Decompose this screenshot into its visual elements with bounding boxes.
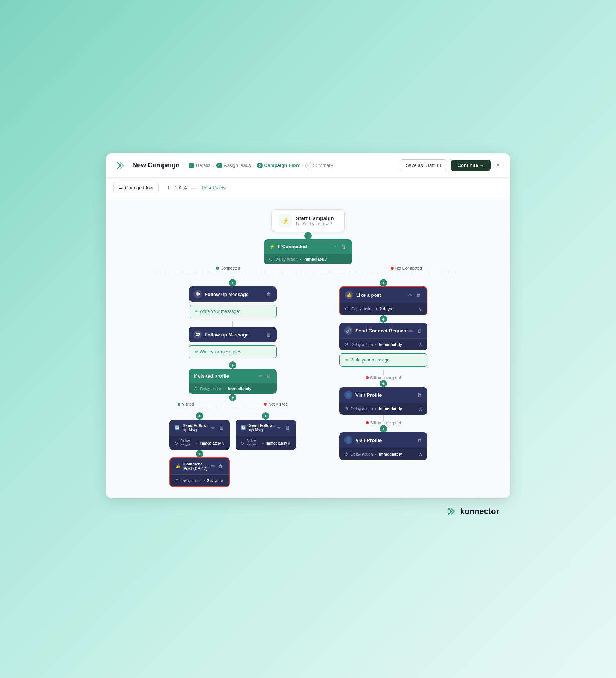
sc-chevron[interactable]: ∧	[419, 342, 422, 347]
zoom-out-button[interactable]: —	[189, 184, 199, 192]
send-followup-right-icon: 🔄	[241, 425, 246, 430]
sfl-delay-icon: ⏱	[175, 441, 178, 445]
if-connected-header: ⚡ If Connected ✏ 🗑	[264, 239, 352, 254]
if-visited-edit[interactable]: ✏	[258, 372, 264, 379]
reset-view-button[interactable]: Reset View	[201, 185, 226, 190]
follow-up-1-delete[interactable]: 🗑	[265, 291, 272, 298]
sc-delete[interactable]: 🗑	[416, 327, 422, 334]
header-actions: Save as Draft ⊡ Continue → ×	[400, 159, 501, 171]
lp-edit[interactable]: ✏	[408, 292, 413, 299]
sc-delay: ⏱ Delay action • Immediately ∧	[339, 338, 427, 350]
sfr-delete[interactable]: 🗑	[284, 424, 291, 431]
start-add-button[interactable]: +	[304, 232, 312, 239]
footer-brand: konnector	[106, 498, 510, 525]
save-draft-button[interactable]: Save as Draft ⊡	[400, 159, 447, 171]
comment-icon: 👍	[175, 464, 180, 469]
campaign-title: New Campaign	[132, 161, 180, 169]
follow-up-2-delete[interactable]: 🗑	[265, 331, 272, 338]
left-add-3[interactable]: +	[229, 394, 236, 401]
like-icon: 👍	[345, 291, 353, 299]
profile-icon-2: 👤	[344, 436, 352, 444]
if-visited-title: If visited profile	[194, 373, 229, 379]
sc-edit[interactable]: ✏	[408, 327, 414, 334]
visited-add-2[interactable]: +	[196, 450, 203, 457]
cp-delay: ⏱ Delay action • 2 days ∧	[170, 474, 229, 486]
vp2-delay-icon: ⏱	[344, 452, 348, 456]
right-add-2[interactable]: +	[380, 315, 387, 323]
sfl-edit[interactable]: ✏	[211, 424, 216, 431]
vp1-delay: ⏱ Delay action • Immediately ∧	[339, 403, 427, 415]
right-add-4[interactable]: +	[380, 425, 387, 432]
cp-chevron[interactable]: ∧	[220, 478, 224, 483]
sep1: ›	[213, 163, 214, 168]
if-connected-edit[interactable]: ✏	[334, 243, 339, 250]
start-icon: ⚡	[279, 214, 292, 227]
brand-name: konnector	[460, 507, 499, 516]
if-visited-delay-text: ⏱ Delay action • Immediately	[194, 386, 251, 391]
sfr-edit[interactable]: ✏	[277, 424, 282, 431]
header: New Campaign ✓ Details › ✓ Assign leads …	[106, 153, 510, 178]
visit-profile-1-node: 👤 Visit Profile 🗑 ⏱ Delay action •	[339, 387, 427, 415]
not-connected-dot	[391, 267, 394, 270]
follow-up-2-write[interactable]: ✏ Write your message*	[189, 345, 277, 358]
send-connect-actions: ✏ 🗑	[408, 327, 422, 334]
vp1-delay-icon: ⏱	[344, 407, 348, 411]
follow-up-1-write[interactable]: ✏ Write your message*	[189, 305, 277, 318]
cp-delay-icon: ⏱	[175, 479, 179, 483]
visit-profile-1-actions: 🗑	[416, 392, 422, 399]
if-visited-delete[interactable]: 🗑	[265, 372, 272, 379]
vp1-chevron[interactable]: ∧	[419, 406, 422, 412]
sfr-delay-icon: ⏱	[241, 441, 244, 445]
follow-up-2-title: 💬 Follow up Message	[194, 331, 248, 339]
zoom-controls: + 100% — Reset View	[165, 184, 226, 192]
vp2-chevron[interactable]: ∧	[419, 451, 422, 457]
lp-chevron[interactable]: ∧	[418, 306, 422, 312]
not-visited-add[interactable]: +	[262, 412, 269, 420]
connected-dot	[216, 267, 219, 270]
sfl-delete[interactable]: 🗑	[218, 424, 225, 431]
vp2-delete[interactable]: 🗑	[416, 437, 422, 444]
flow-canvas: ⚡ Start Campaign Let Start your flow !! …	[106, 198, 510, 498]
sfr-delay: ⏱ Delay action • Immediately ∧	[236, 436, 296, 450]
follow-up-1-title: 💬 Follow up Message	[194, 290, 248, 298]
branch-row: Connected Not Connected	[157, 264, 459, 279]
close-button[interactable]: ×	[494, 160, 501, 171]
still-label-1: Still not accepted	[366, 375, 401, 380]
right-add-1[interactable]: +	[380, 279, 387, 286]
lp-delete[interactable]: 🗑	[415, 292, 422, 299]
delay-text: ⏱ Delay action • Immediately	[269, 257, 327, 261]
canvas-toolbar: ⇄ Change Flow + 100% — Reset View	[106, 178, 510, 198]
lp-delay-icon: ⏱	[345, 307, 349, 311]
msg-icon-2: 💬	[194, 331, 202, 339]
send-followup-left-node: 🔄 Send Follow-up Msg ✏ 🗑	[169, 420, 230, 450]
send-followup-right-title: 🔄 Send Follow-up Msg	[241, 423, 277, 432]
not-connected-label: Not Connected	[391, 266, 422, 270]
left-add-1[interactable]: +	[229, 279, 236, 286]
breadcrumb-summary[interactable]: ○ Summary	[305, 163, 333, 168]
continue-button[interactable]: Continue →	[451, 160, 491, 171]
cp-edit[interactable]: ✏	[210, 463, 215, 470]
sfr-chevron[interactable]: ∧	[287, 440, 291, 446]
breadcrumb-campaign-flow[interactable]: 3 Campaign Flow	[257, 163, 300, 168]
right-add-3[interactable]: +	[380, 380, 387, 387]
like-post-actions: ✏ 🗑	[408, 292, 422, 299]
breadcrumb-assign-leads[interactable]: ✓ Assign leads	[216, 163, 251, 168]
right-mini-2	[383, 415, 384, 421]
visited-add[interactable]: +	[196, 412, 203, 420]
sfl-delay: ⏱ Delay action • Immediately ∧	[169, 436, 230, 450]
sfl-chevron[interactable]: ∧	[221, 440, 225, 446]
vp1-delete[interactable]: 🗑	[416, 392, 422, 399]
visited-h-line	[178, 407, 288, 407]
if-connected-title: ⚡ If Connected	[269, 244, 307, 249]
details-check-icon: ✓	[189, 163, 194, 168]
lp-delay-text: ⏱ Delay action • 2 days	[345, 307, 392, 311]
if-connected-delete[interactable]: 🗑	[341, 243, 347, 250]
follow-up-2-node: 💬 Follow up Message 🗑	[189, 327, 277, 342]
left-add-2[interactable]: +	[229, 361, 236, 369]
cp-delete[interactable]: 🗑	[218, 463, 224, 470]
send-connect-write[interactable]: ✏ Write your message	[339, 353, 427, 367]
zoom-in-button[interactable]: +	[165, 184, 172, 192]
send-connect-header: 🔗 Send Connect Request ✏ 🗑	[339, 323, 427, 338]
change-flow-button[interactable]: ⇄ Change Flow	[113, 182, 159, 193]
breadcrumb-details[interactable]: ✓ Details	[189, 163, 211, 168]
